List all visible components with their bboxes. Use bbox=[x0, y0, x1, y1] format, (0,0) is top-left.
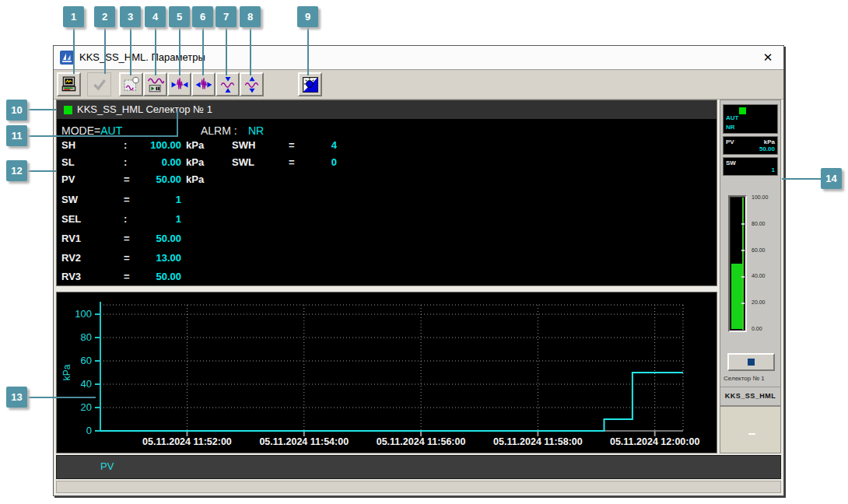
svg-text:40: 40 bbox=[81, 378, 92, 390]
svg-text:05.11.2024 11:52:00: 05.11.2024 11:52:00 bbox=[142, 436, 232, 447]
expand-value-axis-button[interactable] bbox=[240, 72, 264, 96]
callout-line-11b bbox=[177, 111, 178, 137]
svg-text:05.11.2024 12:00:00: 05.11.2024 12:00:00 bbox=[610, 436, 699, 447]
param-row-sel: SEL:1 bbox=[61, 213, 715, 227]
callout-line-4 bbox=[155, 27, 156, 75]
param-row-pv: PV=50.00kPa bbox=[61, 173, 715, 187]
callout-line-7 bbox=[226, 27, 227, 75]
callout-line-10 bbox=[27, 109, 56, 110]
param-value: 1 bbox=[135, 194, 181, 205]
param-row-rv3: RV3=50.00 bbox=[61, 271, 715, 285]
param-value: 13.00 bbox=[135, 252, 181, 264]
page: 1 2 3 4 5 6 7 8 9 10 11 12 13 14 KKS_SS_… bbox=[0, 0, 848, 504]
legend-series-pv[interactable]: PV bbox=[100, 460, 114, 472]
trend-legend-bar: PV bbox=[56, 455, 781, 479]
compress-value-axis-button[interactable] bbox=[216, 72, 240, 96]
svg-text:05.11.2024 11:58:00: 05.11.2024 11:58:00 bbox=[493, 436, 583, 447]
alrm-value: NR bbox=[248, 124, 264, 137]
param-label: RV1 bbox=[61, 233, 122, 244]
titlebar[interactable]: KKS_SS_HML. Параметры ✕ bbox=[54, 46, 783, 70]
expand-time-axis-button[interactable] bbox=[191, 72, 216, 96]
close-button[interactable]: ✕ bbox=[759, 48, 777, 67]
callout-11: 11 bbox=[6, 125, 27, 146]
callout-8: 8 bbox=[240, 6, 261, 27]
faceplate-sw-box: SW 1 bbox=[723, 157, 778, 176]
gauge-label-20: 20.00 bbox=[752, 299, 780, 305]
param-sep: = bbox=[124, 271, 135, 282]
print-trend-button[interactable] bbox=[57, 72, 81, 96]
faceplate-panel: AUT NR PV kPa 50.00 SW 1 bbox=[720, 100, 781, 406]
expand-time-axis-icon bbox=[195, 76, 212, 93]
compress-time-axis-button[interactable] bbox=[167, 72, 191, 96]
snapshot-button[interactable] bbox=[119, 72, 143, 96]
param-sep: : bbox=[124, 156, 135, 168]
select-square-icon bbox=[748, 359, 755, 366]
callout-12: 12 bbox=[6, 160, 27, 181]
param-label: SEL bbox=[61, 213, 122, 225]
compress-time-axis-icon bbox=[171, 76, 188, 93]
callout-line-11 bbox=[27, 135, 178, 137]
callout-14: 14 bbox=[821, 168, 842, 189]
expand-value-axis-icon bbox=[244, 76, 261, 93]
callout-5: 5 bbox=[169, 6, 190, 27]
callout-line-8 bbox=[250, 27, 251, 75]
gauge-label-100: 100.00 bbox=[752, 194, 780, 200]
bar-gauge-scale-strip bbox=[742, 198, 744, 330]
callout-3: 3 bbox=[120, 6, 141, 27]
invert-colors-icon bbox=[302, 76, 319, 93]
svg-text:80: 80 bbox=[81, 331, 92, 343]
param-sep: = bbox=[124, 194, 135, 205]
gauge-tick bbox=[741, 223, 745, 225]
faceplate-pv-box: PV kPa 50.00 bbox=[723, 136, 778, 155]
param-row-sl: SL:0.00kPaSWL=0 bbox=[61, 156, 715, 170]
trend-run-pause-button[interactable] bbox=[143, 72, 167, 96]
callout-line-9 bbox=[307, 27, 309, 75]
param-label2: SWL bbox=[232, 156, 288, 168]
svg-text:0: 0 bbox=[86, 425, 92, 436]
callout-2: 2 bbox=[94, 6, 115, 27]
param-sep: = bbox=[124, 252, 135, 264]
parameter-panel-header: KKS_SS_HML Селектор № 1 bbox=[57, 100, 717, 119]
gauge-label-0: 0.00 bbox=[752, 326, 780, 331]
apply-button[interactable] bbox=[87, 72, 111, 96]
pv-unit: kPa bbox=[764, 138, 775, 145]
status-indicator bbox=[64, 106, 72, 114]
param-value: 50.00 bbox=[135, 271, 181, 282]
gauge-tick bbox=[741, 276, 745, 278]
alarm-value: NR bbox=[726, 124, 735, 131]
param-label: RV3 bbox=[61, 271, 122, 282]
gauge-label-40: 40.00 bbox=[752, 273, 780, 278]
faceplate-tag-name: KKS_SS_HML bbox=[720, 387, 780, 400]
param-sep2: = bbox=[289, 139, 300, 151]
param-value: 50.00 bbox=[135, 173, 181, 185]
trend-chart[interactable]: 05.11.2024 11:52:0005.11.2024 11:54:0005… bbox=[56, 292, 717, 453]
callout-9: 9 bbox=[297, 6, 318, 27]
print-trend-icon bbox=[61, 76, 78, 93]
param-label: RV2 bbox=[61, 252, 122, 264]
param-label: SL bbox=[61, 156, 122, 168]
callout-line-13 bbox=[27, 397, 96, 398]
pv-label: PV bbox=[726, 138, 734, 145]
svg-text:05.11.2024 11:56:00: 05.11.2024 11:56:00 bbox=[377, 436, 466, 447]
param-label: SW bbox=[61, 194, 122, 205]
param-sep2: = bbox=[289, 156, 300, 168]
param-unit: kPa bbox=[186, 139, 229, 151]
param-sep: : bbox=[124, 213, 135, 225]
callout-line-6 bbox=[202, 27, 204, 75]
callout-line-3 bbox=[130, 27, 131, 75]
trend-plot: 05.11.2024 11:52:0005.11.2024 11:54:0005… bbox=[57, 292, 717, 453]
compress-value-axis-icon bbox=[219, 76, 237, 93]
sw-label: SW bbox=[726, 159, 736, 166]
svg-text:kPa: kPa bbox=[61, 364, 72, 380]
param-label: SH bbox=[61, 139, 122, 151]
callout-1: 1 bbox=[63, 6, 84, 27]
trend-run-pause-icon bbox=[147, 76, 164, 93]
param-unit: kPa bbox=[186, 173, 229, 185]
param-sep: : bbox=[124, 139, 135, 151]
callout-10: 10 bbox=[6, 100, 27, 121]
invert-colors-button[interactable] bbox=[298, 72, 322, 96]
param-row-sh: SH:100.00kPaSWH=4 bbox=[61, 139, 715, 153]
faceplate-select-button[interactable] bbox=[727, 353, 775, 371]
callout-4: 4 bbox=[145, 6, 166, 27]
sw-value: 1 bbox=[772, 166, 775, 173]
